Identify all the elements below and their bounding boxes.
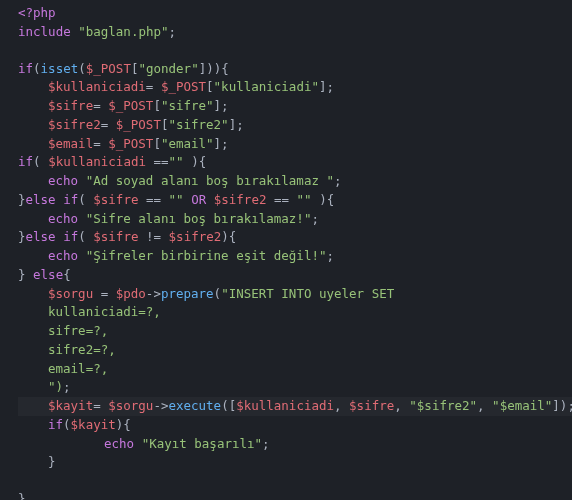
if-keyword: if	[63, 192, 78, 207]
code-line: include "baglan.php";	[18, 23, 572, 42]
string-literal: "sifre2"	[168, 117, 228, 132]
code-line: }else if( $sifre == "" OR $sifre2 == "" …	[18, 191, 572, 210]
post-global: $_POST	[108, 136, 153, 151]
variable: $email	[48, 136, 93, 151]
echo-keyword: echo	[48, 173, 78, 188]
code-line: echo "Şifreler birbirine eşit değil!";	[18, 247, 572, 266]
code-line: sifre=?,	[18, 322, 572, 341]
isset-function: isset	[41, 61, 79, 76]
string-literal: "Ad soyad alanı boş bırakılamaz "	[86, 173, 334, 188]
string-literal: ""	[169, 154, 184, 169]
code-line: if($kayit){	[18, 416, 572, 435]
variable: $sorgu	[108, 398, 153, 413]
code-line: } else{	[18, 266, 572, 285]
code-line-highlighted: $kayit= $sorgu->execute([$kullaniciadi, …	[18, 397, 572, 416]
variable: $kayit	[71, 417, 116, 432]
variable: $kayit	[48, 398, 93, 413]
code-line: sifre2=?,	[18, 341, 572, 360]
code-line: }	[18, 453, 572, 472]
else-keyword: else	[26, 229, 56, 244]
sql-string: sifre=?,	[48, 323, 108, 338]
post-global: $_POST	[161, 79, 206, 94]
if-keyword: if	[18, 61, 33, 76]
variable: $sifre2	[214, 192, 267, 207]
code-line: ");	[18, 378, 572, 397]
variable: $sifre	[349, 398, 394, 413]
string-literal: ""	[297, 192, 312, 207]
code-line: $sifre= $_POST["sifre"];	[18, 97, 572, 116]
execute-method: execute	[168, 398, 221, 413]
string-literal: ""	[169, 192, 184, 207]
code-line: <?php	[18, 4, 572, 23]
sql-string: email=?,	[48, 361, 108, 376]
string-literal: "baglan.php"	[78, 24, 168, 39]
code-line: kullaniciadi=?,	[18, 303, 572, 322]
variable: $kullaniciadi	[48, 79, 146, 94]
string-literal: "kullaniciadi"	[214, 79, 319, 94]
code-line: if( $kullaniciadi =="" ){	[18, 153, 572, 172]
sql-string: "INSERT INTO uyeler SET	[221, 286, 394, 301]
if-keyword: if	[63, 229, 78, 244]
string-literal: "$sifre2"	[409, 398, 477, 413]
echo-keyword: echo	[48, 248, 78, 263]
variable: $sifre	[48, 98, 93, 113]
string-literal: "$email"	[492, 398, 552, 413]
php-open-tag: <?php	[18, 5, 56, 20]
code-line: $sorgu = $pdo->prepare("INSERT INTO uyel…	[18, 285, 572, 304]
code-line: $email= $_POST["email"];	[18, 135, 572, 154]
variable: $sifre2	[169, 229, 222, 244]
code-line	[18, 42, 572, 60]
string-literal: "email"	[161, 136, 214, 151]
code-line: email=?,	[18, 360, 572, 379]
string-literal: "Sifre alanı boş bırakılamaz!"	[86, 211, 312, 226]
code-line	[18, 472, 572, 490]
include-keyword: include	[18, 24, 71, 39]
else-keyword: else	[33, 267, 63, 282]
sql-string: kullaniciadi=?,	[48, 304, 161, 319]
code-line: }else if( $sifre != $sifre2){	[18, 228, 572, 247]
sql-string: sifre2=?,	[48, 342, 116, 357]
code-line: echo "Kayıt başarılı";	[18, 435, 572, 454]
variable: $pdo	[116, 286, 146, 301]
post-global: $_POST	[108, 98, 153, 113]
variable: $sorgu	[48, 286, 93, 301]
prepare-method: prepare	[161, 286, 214, 301]
string-literal: "Şifreler birbirine eşit değil!"	[86, 248, 327, 263]
string-literal: "Kayıt başarılı"	[142, 436, 262, 451]
variable: $kullaniciadi	[48, 154, 146, 169]
variable: $sifre	[93, 192, 138, 207]
variable: $sifre	[93, 229, 138, 244]
post-global: $_POST	[86, 61, 131, 76]
variable: $sifre2	[48, 117, 101, 132]
code-line: echo "Ad soyad alanı boş bırakılamaz ";	[18, 172, 572, 191]
post-global: $_POST	[116, 117, 161, 132]
code-line: $sifre2= $_POST["sifre2"];	[18, 116, 572, 135]
string-literal: "sifre"	[161, 98, 214, 113]
if-keyword: if	[48, 417, 63, 432]
code-line: if(isset($_POST["gonder"])){	[18, 60, 572, 79]
code-line: echo "Sifre alanı boş bırakılamaz!";	[18, 210, 572, 229]
code-line: $kullaniciadi= $_POST["kullaniciadi"];	[18, 78, 572, 97]
code-line: }	[18, 490, 572, 500]
sql-string: ")	[48, 379, 63, 394]
string-literal: "gonder"	[138, 61, 198, 76]
echo-keyword: echo	[48, 211, 78, 226]
echo-keyword: echo	[104, 436, 134, 451]
code-editor-view: <?php include "baglan.php"; if(isset($_P…	[0, 4, 572, 500]
or-keyword: OR	[191, 192, 206, 207]
if-keyword: if	[18, 154, 33, 169]
else-keyword: else	[26, 192, 56, 207]
variable: $kullaniciadi	[236, 398, 334, 413]
